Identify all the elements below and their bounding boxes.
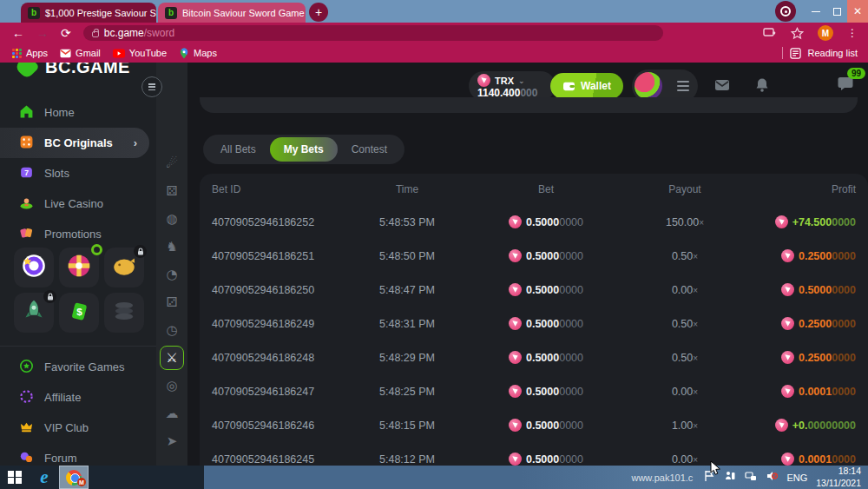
browser-profile-avatar[interactable]: M bbox=[818, 25, 833, 41]
wallet-button[interactable]: Wallet bbox=[550, 73, 623, 99]
mail-icon[interactable] bbox=[713, 76, 731, 97]
game-icon-limbo[interactable]: ◷ bbox=[160, 318, 184, 342]
profile-menu-icon bbox=[677, 81, 689, 91]
window-minimize-button[interactable] bbox=[806, 0, 826, 23]
tab-all-bets[interactable]: All Bets bbox=[207, 137, 270, 162]
table-row[interactable]: 407090529461862475:48:25 PM0.500000000.0… bbox=[212, 374, 856, 408]
chrome-taskbar-icon[interactable]: M bbox=[59, 466, 89, 489]
svg-text:$: $ bbox=[76, 306, 82, 317]
sidebar-item-slots[interactable]: 7Slots bbox=[0, 158, 156, 188]
sidebar-item-favorite-games[interactable]: Favorite Games bbox=[0, 352, 156, 382]
game-icon-rocket[interactable]: ➤ bbox=[160, 429, 184, 453]
bet-time: 5:48:15 PM bbox=[342, 420, 472, 432]
bet-time: 5:48:31 PM bbox=[342, 318, 472, 330]
notifications-bell-icon[interactable] bbox=[753, 76, 771, 97]
wheel-game[interactable] bbox=[59, 248, 99, 287]
ssl-lock-icon[interactable] bbox=[92, 31, 99, 37]
send-to-device-icon[interactable] bbox=[763, 26, 777, 40]
sidebar-item-label: VIP Club bbox=[44, 421, 89, 434]
trx-coin-icon bbox=[775, 215, 788, 228]
chat-icon[interactable]: 99 bbox=[837, 75, 854, 96]
game-icon-crash[interactable]: ☄ bbox=[160, 151, 184, 175]
bookmark-gmail[interactable]: Gmail bbox=[60, 48, 101, 58]
piggy-bank-game[interactable] bbox=[104, 248, 144, 287]
user-avatar[interactable] bbox=[635, 72, 662, 100]
window-close-button[interactable]: ✕ bbox=[847, 0, 868, 23]
reading-list-icon bbox=[790, 48, 801, 59]
sidebar-item-label: Favorite Games bbox=[44, 360, 124, 373]
sidebar-item-affiliate[interactable]: Affiliate bbox=[0, 382, 156, 413]
browser-tab-1[interactable]: b $1,000 Prestige Saviour Sword C ✕ bbox=[21, 3, 156, 23]
rocket-game[interactable] bbox=[14, 293, 54, 333]
table-row[interactable]: 407090529461862485:48:29 PM0.500000000.5… bbox=[212, 340, 856, 374]
bet-amount: 0.50000000 bbox=[472, 215, 620, 228]
bet-time: 5:48:53 PM bbox=[342, 216, 472, 228]
table-row[interactable]: 407090529461862525:48:53 PM0.50000000150… bbox=[212, 205, 856, 239]
tab-contest[interactable]: Contest bbox=[338, 137, 401, 162]
forward-button[interactable]: → bbox=[36, 26, 49, 40]
new-tab-button[interactable]: + bbox=[309, 3, 328, 22]
browser-tab-2[interactable]: b Bitcoin Saviour Sword Game - Pla ✕ bbox=[158, 3, 306, 23]
bookmark-youtube[interactable]: YouTube bbox=[113, 48, 167, 58]
tray-volume-muted-icon[interactable] bbox=[766, 470, 778, 486]
sidebar-collapse-button[interactable] bbox=[141, 76, 162, 97]
back-button[interactable]: ← bbox=[12, 26, 24, 40]
tray-network-icon[interactable] bbox=[745, 470, 757, 486]
bookmark-star-icon[interactable] bbox=[791, 27, 804, 40]
internet-explorer-icon[interactable]: e bbox=[30, 466, 59, 489]
bookmark-maps[interactable]: Maps bbox=[179, 48, 217, 59]
table-row[interactable]: 407090529461862495:48:31 PM0.500000000.5… bbox=[212, 307, 856, 340]
dice-icon bbox=[19, 135, 34, 152]
game-icon-sword[interactable]: ⚔ bbox=[160, 346, 184, 370]
refresh-button[interactable]: ⟳ bbox=[61, 26, 71, 40]
sidebar-item-promotions[interactable]: Promotions bbox=[0, 219, 156, 249]
site-logo[interactable]: BC.GAME bbox=[16, 63, 130, 78]
sidebar-item-bc-originals[interactable]: BC Originals› bbox=[0, 128, 149, 158]
game-icon-cloud[interactable]: ☁ bbox=[160, 401, 184, 426]
lock-icon bbox=[43, 290, 56, 303]
table-row[interactable]: 407090529461862515:48:50 PM0.500000000.5… bbox=[212, 239, 856, 273]
language-indicator[interactable]: ENG bbox=[786, 472, 807, 483]
browser-menu-icon[interactable]: ⋮ bbox=[847, 27, 858, 39]
start-button[interactable] bbox=[0, 466, 30, 489]
tab-my-bets[interactable]: My Bets bbox=[270, 137, 338, 162]
sidebar-item-home[interactable]: Home bbox=[0, 97, 156, 128]
sidebar-item-live-casino[interactable]: Live Casino bbox=[0, 188, 156, 219]
reading-list-button[interactable]: Reading list bbox=[808, 48, 858, 58]
bet-time: 5:48:47 PM bbox=[342, 284, 472, 296]
maps-icon bbox=[179, 48, 189, 59]
tray-people-icon[interactable] bbox=[724, 470, 736, 486]
vip-icon bbox=[19, 420, 34, 437]
sidebar-item-label: Live Casino bbox=[44, 197, 103, 210]
currency-selector[interactable]: TRX ⌄ 1140.400000 bbox=[469, 71, 556, 101]
game-icon-coins[interactable]: ◍ bbox=[160, 207, 184, 231]
table-row[interactable]: 407090529461862465:48:15 PM0.500000001.0… bbox=[212, 408, 856, 442]
url-domain: bc.game bbox=[104, 27, 144, 39]
address-bar[interactable]: bc.game/sword bbox=[83, 25, 663, 41]
game-icon-plinko[interactable]: ◔ bbox=[160, 262, 184, 287]
game-icon-craps[interactable]: ⚂ bbox=[160, 290, 184, 314]
browser-toolbar: ← → ⟳ bc.game/sword M ⋮ bbox=[0, 23, 868, 43]
media-control-icon[interactable] bbox=[775, 1, 796, 22]
game-icon-wheel[interactable]: ◎ bbox=[160, 373, 184, 398]
dollar-tag-game[interactable]: $ bbox=[59, 293, 99, 333]
taskbar-clock[interactable]: 18:14 13/11/2021 bbox=[816, 466, 861, 488]
coins-game[interactable] bbox=[104, 293, 144, 333]
payout-multiplier: 0.00× bbox=[620, 386, 750, 398]
spin-target-game[interactable] bbox=[14, 248, 54, 287]
game-icon-hilo[interactable]: ♞ bbox=[160, 235, 184, 259]
sidebar-item-label: Forum bbox=[44, 452, 77, 465]
table-row[interactable]: 407090529461862505:48:47 PM0.500000000.0… bbox=[212, 273, 856, 307]
wallpaper-watermark: www.pak101.c bbox=[631, 472, 693, 483]
window-maximize-button[interactable] bbox=[826, 0, 847, 23]
game-icon-classic-dice[interactable]: ⚄ bbox=[160, 179, 184, 203]
bet-time: 5:48:29 PM bbox=[342, 352, 472, 364]
promotions-icon bbox=[19, 226, 34, 243]
profit-amount: +0.00000000 bbox=[750, 419, 856, 432]
sidebar-item-vip-club[interactable]: VIP Club bbox=[0, 413, 156, 443]
trx-coin-icon bbox=[781, 317, 794, 330]
bookmark-apps[interactable]: Apps bbox=[12, 48, 48, 58]
tab-title: $1,000 Prestige Saviour Sword C bbox=[45, 8, 156, 18]
bet-id: 40709052946186249 bbox=[212, 318, 342, 330]
windows-taskbar: e M www.pak101.c ENG 18:14 13/11/2021 bbox=[0, 466, 868, 489]
